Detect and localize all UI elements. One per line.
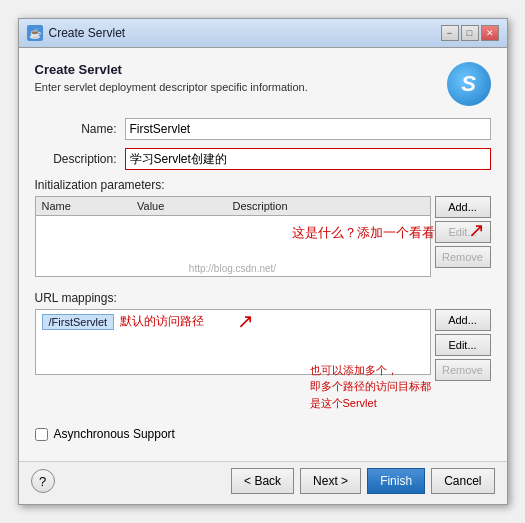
bottom-left: ? [31,469,55,493]
bottom-bar: ? < Back Next > Finish Cancel [19,461,507,504]
page-title: Create Servlet [35,62,308,77]
url-mappings-label: URL mappings: [35,291,491,305]
init-params-table-wrapper: Name Value Description http://blog.csdn.… [35,196,431,281]
bottom-right: < Back Next > Finish Cancel [231,468,494,494]
col-name: Name [42,200,138,212]
description-label: Description: [35,152,125,166]
async-support-label: Asynchronous Support [54,427,175,441]
url-row: /FirstServlet [36,310,430,334]
help-button[interactable]: ? [31,469,55,493]
init-params-add-button[interactable]: Add... [435,196,491,218]
async-support-row: Asynchronous Support [35,427,491,441]
url-mappings-section: /FirstServlet Add... Edit... Remove 默认的访… [35,309,491,381]
titlebar-left: ☕ Create Servlet [27,25,126,41]
minimize-button[interactable]: − [441,25,459,41]
description-row: Description: [35,148,491,170]
page-header: Create Servlet Enter servlet deployment … [35,62,491,106]
init-params-header: Name Value Description [36,197,430,216]
init-params-buttons: Add... Edit... Remove [435,196,491,268]
url-table-body [36,334,430,374]
finish-button[interactable]: Finish [367,468,425,494]
url-add-button[interactable]: Add... [435,309,491,331]
titlebar-title: Create Servlet [49,26,126,40]
url-edit-button[interactable]: Edit... [435,334,491,356]
init-params-table: Name Value Description http://blog.csdn.… [35,196,431,277]
description-input[interactable] [125,148,491,170]
dialog-content: Create Servlet Enter servlet deployment … [19,48,507,461]
name-input[interactable] [125,118,491,140]
close-button[interactable]: ✕ [481,25,499,41]
url-remove-button[interactable]: Remove [435,359,491,381]
init-params-remove-button[interactable]: Remove [435,246,491,268]
spring-logo: S [447,62,491,106]
url-mappings-table-wrapper: /FirstServlet [35,309,431,379]
create-servlet-dialog: ☕ Create Servlet − □ ✕ Create Servlet En… [18,18,508,505]
url-mappings-buttons: Add... Edit... Remove [435,309,491,381]
name-row: Name: [35,118,491,140]
cancel-button[interactable]: Cancel [431,468,494,494]
dialog-icon: ☕ [27,25,43,41]
page-header-text: Create Servlet Enter servlet deployment … [35,62,308,93]
page-subtitle: Enter servlet deployment descriptor spec… [35,81,308,93]
watermark: http://blog.csdn.net/ [189,263,276,274]
next-button[interactable]: Next > [300,468,361,494]
col-value: Value [137,200,233,212]
back-button[interactable]: < Back [231,468,294,494]
col-desc: Description [233,200,424,212]
url-mappings-table: /FirstServlet [35,309,431,375]
init-params-edit-button[interactable]: Edit... [435,221,491,243]
name-label: Name: [35,122,125,136]
init-params-section: Name Value Description http://blog.csdn.… [35,196,491,281]
init-params-body: http://blog.csdn.net/ [36,216,430,276]
maximize-button[interactable]: □ [461,25,479,41]
url-tag: /FirstServlet [42,314,115,330]
titlebar: ☕ Create Servlet − □ ✕ [19,19,507,48]
titlebar-buttons: − □ ✕ [441,25,499,41]
init-params-label: Initialization parameters: [35,178,491,192]
async-support-checkbox[interactable] [35,428,48,441]
